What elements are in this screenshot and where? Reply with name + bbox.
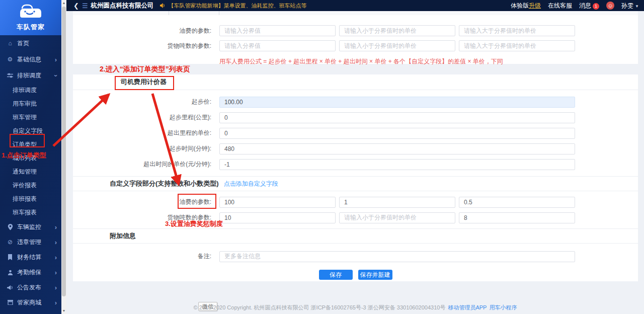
base-mileage-input[interactable]: 0 bbox=[219, 112, 575, 123]
save-button[interactable]: 保存 bbox=[319, 270, 353, 280]
tonnage-below-value-input[interactable]: 请输入小于分界值时的单价 bbox=[339, 212, 455, 223]
sidebar-item-home[interactable]: ⌂ 首页 bbox=[0, 35, 61, 51]
sidebar-item-basic-info[interactable]: ⚙ 基础信息 › bbox=[0, 51, 61, 67]
chevron-right-icon: › bbox=[55, 254, 57, 261]
fleet-manager-app: { "topbar": { "back_icon": "❮", "list_ic… bbox=[0, 0, 644, 314]
excess-mileage-price-label: 超出里程的单价: bbox=[73, 129, 219, 137]
save-and-new-button[interactable]: 保存并新建 bbox=[358, 270, 392, 280]
sidebar-item-announcement[interactable]: 公告发布 › bbox=[0, 280, 61, 295]
chevron-right-icon: › bbox=[55, 299, 57, 306]
speaker-icon bbox=[160, 3, 166, 8]
sidebar-subitem-order-type[interactable]: 订单类型 bbox=[0, 138, 61, 151]
car-logo-icon bbox=[18, 4, 44, 21]
custom-field-rows: 油费的参数: 100 1 0.5 货物吨数的参数: 10 请输入小于分界值时的单… bbox=[73, 191, 638, 228]
excess-mileage-price-input[interactable]: 0 bbox=[219, 128, 575, 139]
sliders-icon bbox=[6, 72, 14, 78]
tonnage-threshold-input[interactable]: 请输入分界值 bbox=[219, 40, 336, 51]
driver-fee-panel: 司机费用计价器 起步价: 100.00 起步里程(公里): 0 超出里程的单价:… bbox=[73, 74, 638, 281]
sidebar-subitem-scheduling[interactable]: 排班调度 bbox=[0, 84, 61, 97]
message-count-badge: 1 bbox=[593, 3, 599, 10]
user-menu[interactable]: 孙雯▼ bbox=[621, 2, 639, 10]
base-price-label: 起步价: bbox=[73, 98, 219, 106]
fuel-threshold-value-input[interactable]: 100 bbox=[219, 197, 336, 208]
tonnage-below-price-input[interactable]: 请输入小于分界值时的单价 bbox=[339, 40, 455, 51]
chevron-right-icon: › bbox=[55, 56, 57, 63]
sidebar-submenu: 排班调度 用车审批 班车管理 自定义字段 订单类型 城市列表 通知管理 评价报表… bbox=[0, 84, 61, 219]
gear-icon: ⚙ bbox=[6, 56, 14, 63]
excess-time-price-input[interactable]: -1 bbox=[219, 159, 575, 170]
person-icon bbox=[6, 270, 14, 275]
base-mileage-label: 起步里程(公里): bbox=[73, 113, 219, 122]
admin-app-link[interactable]: 移动管理员APP bbox=[448, 304, 487, 310]
fuel-above-price-input[interactable]: 请输入大于分界值时的单价 bbox=[459, 25, 575, 36]
scrollbar-thumb[interactable] bbox=[62, 7, 66, 296]
tonnage-above-value-input[interactable]: 8 bbox=[459, 212, 575, 223]
sidebar-subitem-shuttle-report[interactable]: 班车报表 bbox=[0, 206, 61, 219]
sidebar-item-attendance[interactable]: 考勤维保 › bbox=[0, 265, 61, 280]
trial-upgrade: 体验版升级 bbox=[511, 2, 541, 10]
fuel-below-value-input[interactable]: 1 bbox=[339, 197, 455, 208]
location-pin-icon bbox=[6, 224, 14, 230]
avatar[interactable]: ☺ bbox=[606, 2, 614, 10]
sidebar-item-violation-mgmt[interactable]: ⊘ 违章管理 › bbox=[0, 234, 61, 250]
base-time-label: 起步时间(分钟): bbox=[73, 144, 219, 153]
messages-link[interactable]: 消息1 bbox=[579, 2, 599, 10]
footer: 微信 © 2016-2020 Copyright. 杭州圆点科技有限公司 浙IC… bbox=[66, 302, 644, 313]
back-icon[interactable]: ❮ bbox=[73, 2, 79, 10]
sidebar-item-finance[interactable]: 财务结算 › bbox=[0, 250, 61, 265]
storefront-icon bbox=[6, 300, 14, 305]
fuel-param-row-label: 油费的参数: bbox=[73, 198, 219, 206]
caret-down-icon: ▼ bbox=[635, 4, 639, 9]
add-custom-field-link[interactable]: 点击添加自定义字段 bbox=[224, 180, 278, 188]
fuel-threshold-input[interactable]: 请输入分界值 bbox=[219, 25, 336, 36]
upgrade-link[interactable]: 升级 bbox=[529, 2, 541, 9]
sidebar-subitem-vehicle-approval[interactable]: 用车审批 bbox=[0, 97, 61, 111]
brand-name: 车队管家 bbox=[17, 23, 45, 32]
org-list-icon[interactable]: ☰ bbox=[82, 2, 88, 10]
sidebar-subitem-review-report[interactable]: 评价报表 bbox=[0, 179, 61, 192]
topbar-right-group: 体验版升级 在线客服 消息1 ☺ 孙雯▼ bbox=[511, 2, 639, 10]
remark-input[interactable]: 更多备注信息 bbox=[219, 251, 575, 262]
form-actions: 保存 保存并新建 bbox=[73, 264, 638, 284]
sidebar-item-label: 排班调度 bbox=[17, 71, 41, 80]
fuel-below-price-input[interactable]: 请输入小于分界值时的单价 bbox=[339, 25, 455, 36]
company-name: 杭州圆点科技有限公司 bbox=[91, 2, 154, 10]
mini-program-link[interactable]: 用车小程序 bbox=[489, 304, 517, 310]
sidebar-scrollbar[interactable]: ▲ ▼ bbox=[61, 0, 66, 314]
remark-label: 备注: bbox=[73, 252, 219, 261]
driver-fee-fields: 起步价: 100.00 起步里程(公里): 0 超出里程的单价: 0 起步时间(… bbox=[73, 90, 638, 176]
sidebar-item-scheduling[interactable]: 排班调度 › bbox=[0, 67, 61, 84]
tonnage-above-price-input[interactable]: 请输入大于分界值时的单价 bbox=[459, 40, 575, 51]
sidebar-subitem-shuttle-mgmt[interactable]: 班车管理 bbox=[0, 111, 61, 124]
base-time-input[interactable]: 480 bbox=[219, 143, 575, 154]
online-service-link[interactable]: 在线客服 bbox=[548, 2, 572, 10]
announcement-ticker: 【车队管家功能新增】菜单设置、油耗监控、班车站点等 bbox=[169, 2, 307, 10]
base-price-input[interactable]: 100.00 bbox=[219, 97, 575, 108]
sidebar-subitem-custom-fields[interactable]: 自定义字段 bbox=[0, 124, 61, 138]
chevron-down-icon: › bbox=[52, 74, 59, 76]
sidebar-subitem-city-list[interactable]: 城市列表 bbox=[0, 151, 61, 165]
sidebar-item-mall[interactable]: 管家商城 › bbox=[0, 295, 61, 310]
chevron-right-icon: › bbox=[55, 239, 57, 246]
chevron-right-icon: › bbox=[55, 223, 57, 231]
scrollbar-up-arrow[interactable]: ▲ bbox=[61, 0, 66, 6]
tonnage-param-row-label: 货物吨数的参数: bbox=[73, 213, 219, 222]
sidebar-item-label: 首页 bbox=[17, 39, 29, 48]
fee-formula-note: 用车人费用公式 = 起步价 + 超出里程 × 单价 + 超出时间 × 单价 + … bbox=[219, 53, 575, 66]
sidebar-item-label: 基础信息 bbox=[17, 55, 41, 64]
sidebar-item-vehicle-monitor[interactable]: 车辆监控 › bbox=[0, 219, 61, 234]
extra-info-section-title: 附加信息 bbox=[73, 228, 638, 244]
chevron-right-icon: › bbox=[55, 284, 57, 291]
tonnage-threshold-value-input[interactable]: 10 bbox=[219, 212, 336, 223]
fuel-above-value-input[interactable]: 0.5 bbox=[459, 197, 575, 208]
no-entry-icon: ⊘ bbox=[6, 239, 14, 246]
tonnage-param-label: 货物吨数的参数: bbox=[73, 42, 219, 50]
sidebar-bottom-group: 车辆监控 › ⊘ 违章管理 › 财务结算 › 考勤维保 › 公告发布 bbox=[0, 219, 61, 310]
sidebar-subitem-notice-mgmt[interactable]: 通知管理 bbox=[0, 165, 61, 179]
megaphone-icon bbox=[6, 285, 14, 290]
chevron-right-icon: › bbox=[55, 269, 57, 276]
sidebar-subitem-schedule-report[interactable]: 排班报表 bbox=[0, 192, 61, 206]
scrollbar-down-arrow[interactable]: ▼ bbox=[61, 308, 66, 314]
clipped-row-above bbox=[73, 11, 638, 15]
sidebar: 车队管家 ⌂ 首页 ⚙ 基础信息 › 排班调度 › 排班调度 用车审批 班车管理… bbox=[0, 0, 61, 314]
